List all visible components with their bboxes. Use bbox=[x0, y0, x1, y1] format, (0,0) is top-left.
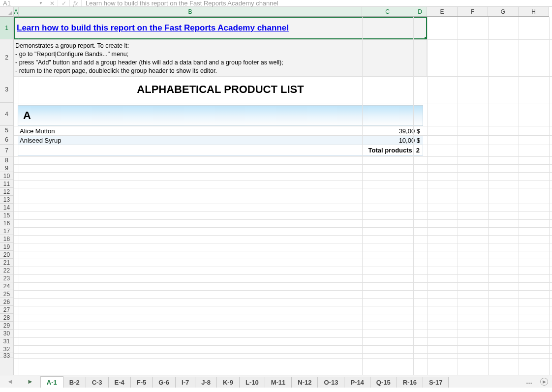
row-header-24[interactable]: 24 bbox=[0, 282, 13, 290]
sheet-tab-F-5[interactable]: F-5 bbox=[131, 377, 153, 388]
sheet-tab-bar: ◄ ► A-1B-2C-3E-4F-5G-6I-7J-8K-9L-10M-11N… bbox=[0, 375, 552, 388]
sheet-tab-C-3[interactable]: C-3 bbox=[86, 377, 109, 388]
row-header-20[interactable]: 20 bbox=[0, 251, 13, 259]
group-footer-text: Total products: 2 bbox=[368, 147, 420, 154]
row-headers: 1234567891011121314151617181920212223242… bbox=[0, 17, 14, 375]
formula-bar: A1 ▼ ✕ ✓ fx Learn how to build this repo… bbox=[0, 0, 552, 7]
row-header-29[interactable]: 29 bbox=[0, 322, 13, 330]
row-header-19[interactable]: 19 bbox=[0, 243, 13, 251]
sheet-tab-Q-15[interactable]: Q-15 bbox=[370, 377, 397, 388]
row-header-9[interactable]: 9 bbox=[0, 164, 13, 172]
row-header-21[interactable]: 21 bbox=[0, 259, 13, 267]
sheet-tab-J-8[interactable]: J-8 bbox=[195, 377, 217, 388]
sheet-tab-B-2[interactable]: B-2 bbox=[63, 377, 86, 388]
row-header-30[interactable]: 30 bbox=[0, 330, 13, 337]
col-header-H[interactable]: H bbox=[519, 7, 549, 16]
product-name: Alice Mutton bbox=[18, 127, 55, 135]
sheet-tab-N-12[interactable]: N-12 bbox=[292, 377, 318, 388]
report-title: ALPHABETICAL PRODUCT LIST bbox=[137, 83, 304, 96]
sheet-tab-A-1[interactable]: A-1 bbox=[40, 376, 63, 388]
row-header-5[interactable]: 5 bbox=[0, 126, 13, 135]
product-price: 39,00 $ bbox=[399, 127, 423, 135]
scroll-right-icon[interactable]: ▶ bbox=[540, 378, 548, 386]
sheet-tab-L-10[interactable]: L-10 bbox=[240, 377, 265, 388]
sheet-tabs: A-1B-2C-3E-4F-5G-6I-7J-8K-9L-10M-11N-12O… bbox=[40, 375, 522, 388]
row-header-3[interactable]: 3 bbox=[0, 76, 13, 103]
sheet-tab-I-7[interactable]: I-7 bbox=[176, 377, 195, 388]
row-header-7[interactable]: 7 bbox=[0, 145, 13, 156]
row-header-33[interactable]: 33 bbox=[0, 353, 13, 358]
col-header-C[interactable]: C bbox=[362, 7, 413, 16]
sheet-tab-G-6[interactable]: G-6 bbox=[153, 377, 176, 388]
spreadsheet-grid: ABCDEFGH 1234567891011121314151617181920… bbox=[0, 7, 552, 375]
product-price: 10,00 $ bbox=[399, 137, 423, 144]
col-header-B[interactable]: B bbox=[19, 7, 362, 16]
row-header-27[interactable]: 27 bbox=[0, 306, 13, 314]
col-header-D[interactable]: D bbox=[413, 7, 427, 16]
sheet-tab-O-13[interactable]: O-13 bbox=[318, 377, 344, 388]
row-header-25[interactable]: 25 bbox=[0, 290, 13, 298]
name-box[interactable]: A1 ▼ bbox=[0, 0, 46, 6]
link-cell[interactable]: Learn how to build this report on the Fa… bbox=[14, 17, 427, 39]
tab-nav-prev[interactable]: ◄ bbox=[0, 378, 20, 385]
title-cell: ALPHABETICAL PRODUCT LIST bbox=[14, 76, 427, 103]
col-header-A[interactable]: A bbox=[14, 7, 19, 16]
cells-area[interactable]: Learn how to build this report on the Fa… bbox=[14, 17, 552, 375]
row-header-1[interactable]: 1 bbox=[0, 17, 13, 39]
row-header-26[interactable]: 26 bbox=[0, 298, 13, 306]
row-header-28[interactable]: 28 bbox=[0, 314, 13, 322]
row-header-17[interactable]: 17 bbox=[0, 227, 13, 235]
row-header-31[interactable]: 31 bbox=[0, 337, 13, 345]
row-header-4[interactable]: 4 bbox=[0, 103, 13, 126]
col-header-E[interactable]: E bbox=[427, 7, 458, 16]
fx-icon[interactable]: fx bbox=[70, 0, 82, 6]
row-header-10[interactable]: 10 bbox=[0, 172, 13, 180]
tab-more[interactable]: … bbox=[522, 376, 536, 387]
sheet-tab-K-9[interactable]: K-9 bbox=[217, 377, 240, 388]
group-letter: A bbox=[23, 109, 31, 122]
col-header-G[interactable]: G bbox=[488, 7, 519, 16]
col-header-F[interactable]: F bbox=[458, 7, 488, 16]
row-header-18[interactable]: 18 bbox=[0, 235, 13, 243]
name-box-ref: A1 bbox=[3, 0, 11, 7]
chevron-down-icon[interactable]: ▼ bbox=[39, 1, 43, 5]
sheet-tab-E-4[interactable]: E-4 bbox=[109, 377, 131, 388]
sheet-tab-M-11[interactable]: M-11 bbox=[265, 377, 292, 388]
row-header-16[interactable]: 16 bbox=[0, 219, 13, 227]
row-header-15[interactable]: 15 bbox=[0, 211, 13, 219]
row-header-22[interactable]: 22 bbox=[0, 267, 13, 274]
description-cell[interactable]: Demonstrates a group report. To create i… bbox=[14, 39, 427, 76]
row-header-13[interactable]: 13 bbox=[0, 196, 13, 204]
row-header-12[interactable]: 12 bbox=[0, 188, 13, 196]
sheet-tab-S-17[interactable]: S-17 bbox=[423, 377, 449, 388]
formula-content[interactable]: Learn how to build this report on the Fa… bbox=[82, 0, 552, 7]
select-all-corner[interactable] bbox=[0, 7, 14, 17]
row-header-11[interactable]: 11 bbox=[0, 180, 13, 188]
row-header-6[interactable]: 6 bbox=[0, 135, 13, 145]
sheet-tab-P-14[interactable]: P-14 bbox=[344, 377, 370, 388]
product-name: Aniseed Syrup bbox=[18, 137, 61, 144]
row-header-8[interactable]: 8 bbox=[0, 156, 13, 164]
sheet-tab-R-16[interactable]: R-16 bbox=[397, 377, 423, 388]
cancel-icon[interactable]: ✕ bbox=[46, 0, 58, 6]
report-link[interactable]: Learn how to build this report on the Fa… bbox=[17, 23, 289, 33]
check-icon[interactable]: ✓ bbox=[58, 0, 70, 6]
tab-nav-next[interactable]: ► bbox=[20, 378, 40, 385]
row-header-23[interactable]: 23 bbox=[0, 274, 13, 282]
row-header-2[interactable]: 2 bbox=[0, 39, 13, 76]
column-headers: ABCDEFGH bbox=[14, 7, 549, 17]
row-header-14[interactable]: 14 bbox=[0, 204, 13, 211]
